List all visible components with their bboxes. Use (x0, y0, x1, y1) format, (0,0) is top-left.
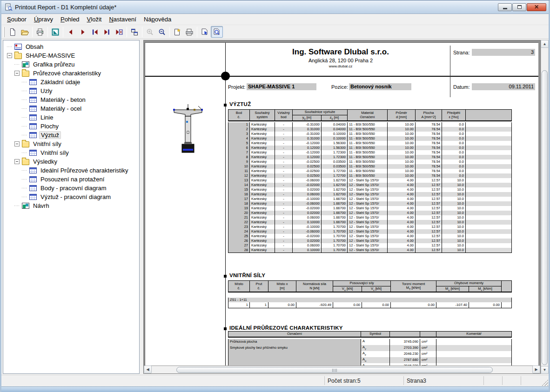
reinforcement-row: 8 Kartézský - 0.12000 1.72300 11 - BSt 5… (228, 155, 512, 159)
col-header-coords: Souřadnice výztuže (293, 110, 348, 115)
collapse-expander-icon[interactable] (14, 71, 20, 76)
last-page-button[interactable] (113, 26, 125, 38)
page-setup-button[interactable] (183, 26, 195, 38)
print-preview-button[interactable] (49, 26, 61, 38)
horizontal-scroll-thumb[interactable] (176, 367, 493, 373)
reinforcement-row: 23 Kartézský - -0.10000 1.70700 12 - Sta… (228, 225, 512, 229)
window-title: Printout Report - D1 Kompletní údaje* (15, 4, 497, 11)
new-document-button[interactable] (7, 26, 19, 38)
page-forward-button[interactable] (77, 26, 89, 38)
properties-button[interactable] (171, 26, 183, 38)
print-button[interactable] (34, 26, 46, 38)
page-back-button[interactable] (65, 26, 77, 38)
horizontal-scrollbar[interactable]: ◀ ▶ (144, 365, 540, 373)
tree-item-vnit-n-s-ly[interactable]: Vnitřní síly (4, 140, 139, 148)
table-icon (29, 79, 37, 85)
page-number-label: Strana: (453, 50, 470, 55)
close-button[interactable]: ✕ (527, 3, 546, 11)
tree-item-linie[interactable]: Linie (4, 113, 139, 122)
next-page-button[interactable] (101, 26, 113, 38)
col-header-vu: Vu [kN] (333, 286, 362, 292)
menu-nastaven[interactable]: Nastavení (105, 14, 140, 24)
tree-item-v-ztu[interactable]: Výztuž (4, 131, 139, 140)
tree-item-shape-massive[interactable]: SHAPE-MASSIVE (4, 51, 139, 60)
menu-vlo-it[interactable]: Vložit (83, 14, 106, 24)
tree-item-plochy[interactable]: Plochy (4, 122, 139, 131)
select-mode-button[interactable] (199, 26, 211, 38)
col-header-filler (466, 110, 512, 121)
status-cell-empty (483, 376, 501, 385)
reinforcement-row: 24 Kartézský - -0.06000 1.70700 12 - Sta… (228, 229, 512, 234)
tree-item-z-kladn-daje[interactable]: Základní údaje (4, 78, 139, 86)
scroll-left-arrow[interactable]: ◀ (144, 365, 152, 373)
tree-item-v-ztu-pracovn-diagram[interactable]: Výztuž - pracovní diagram (4, 193, 139, 201)
collapse-expander-icon[interactable] (14, 159, 20, 164)
menu-pohled[interactable]: Pohled (57, 14, 83, 24)
graphic-icon (22, 203, 29, 209)
minimize-button[interactable] (498, 3, 512, 11)
zoom-in-button[interactable] (144, 26, 156, 38)
reinforcement-row: 2 Kartézský - 0.31000 0.04000 11 - BSt 5… (228, 127, 512, 132)
menu-soubor[interactable]: Soubor (3, 14, 30, 24)
table-icon (29, 176, 37, 182)
resize-grip[interactable] (542, 379, 548, 386)
reinforcement-row: 11 Kartézský - -0.02500 1.72700 11 - BSt… (228, 169, 512, 173)
col-header-mistox: Místo x[m] (268, 281, 296, 292)
vertical-scrollbar[interactable]: ▲ ▼ (541, 40, 549, 374)
tree-item-obsah[interactable]: Obsah (4, 42, 139, 51)
table-icon (29, 123, 37, 129)
tree-item-pr-ezov-charakteristiky[interactable]: Průřezové charakteristiky (4, 69, 139, 78)
graphic-icon (22, 61, 29, 67)
menu-n-pov-da[interactable]: Nápověda (140, 14, 175, 24)
restore-button[interactable] (512, 3, 526, 11)
zoom-mode-button[interactable] (211, 26, 223, 38)
folder-icon (22, 141, 29, 147)
tree-item-label: Uzly (39, 87, 54, 94)
tree-connector (22, 108, 27, 109)
first-page-button[interactable] (89, 26, 101, 38)
toolbar-grip[interactable] (3, 27, 5, 37)
vertical-scroll-thumb[interactable] (542, 70, 548, 365)
reinforcement-row: 17 Kartézský - -0.10000 1.66700 12 - Sta… (228, 197, 512, 201)
tree-item-uzly[interactable]: Uzly (4, 86, 139, 95)
folder-icon (22, 71, 29, 77)
collapse-expander-icon[interactable] (7, 53, 12, 58)
load-case-group-row: ZS1 - 1+11 (228, 298, 512, 302)
ideal-section-title: IDEÁLNÍ PRŮŘEZOVÉ CHARAKTERISTIKY (229, 325, 343, 331)
tree-item-posouzen-na-prota-en[interactable]: Posouzení na protažení (4, 175, 139, 184)
col-header-area: PlochaA [mm^2] (416, 110, 442, 121)
section-bullet (224, 275, 227, 278)
tree-item-v-sledky[interactable]: Výsledky (4, 157, 139, 166)
page-structure-button[interactable] (128, 26, 141, 38)
reinforcement-row: 7 Kartézský - -0.12000 1.72300 11 - BSt … (228, 150, 512, 155)
titlebar: Printout Report - D1 Kompletní údaje* ✕ (1, 0, 549, 14)
tree-item-grafika-pr-ezu[interactable]: Grafika průřezu (4, 60, 139, 69)
statusbar: Počet stran:5 Strana3 (1, 375, 549, 386)
col-header-bod: Bodč. (228, 110, 250, 121)
tree-item-materi-ly-beton[interactable]: Materiály - beton (4, 95, 139, 104)
tree-item-body-pracovn-diagram[interactable]: Body - pracovní diagram (4, 184, 139, 193)
status-cell-empty (502, 376, 520, 385)
scroll-down-arrow[interactable]: ▼ (541, 366, 549, 374)
tree-item-vnit-n-s-ly[interactable]: Vnitřní síly (4, 148, 139, 157)
tree-item-ide-ln-pr-ezov-charakteristiky[interactable]: Ideální Průřezové charakteristiky (4, 166, 139, 175)
col-header-symbol: Symbol (361, 332, 390, 337)
tree-item-materi-ly-ocel[interactable]: Materiály - ocel (4, 104, 139, 113)
menu-pravy[interactable]: Úpravy (30, 14, 57, 24)
zoom-out-button[interactable] (156, 26, 168, 38)
tree-item-n-vrh[interactable]: Návrh (4, 201, 139, 210)
tree-item-label: Ideální Průřezové charakteristiky (39, 167, 130, 174)
col-header-mv: Mv [kNm] (469, 286, 502, 292)
reinforcement-row: 3 Kartézský - -0.31000 0.10000 11 - BSt … (228, 132, 512, 136)
company-name: Ing. Software Dlubal s.r.o. (238, 47, 443, 57)
splitter[interactable] (140, 39, 143, 375)
window-bottom-border (1, 386, 549, 392)
status-page-count: Počet stran:5 (324, 376, 402, 385)
internal-forces-table: Místoč. Prutč. Místo x[m] Normálová síla… (228, 280, 512, 308)
open-report-button[interactable] (19, 26, 31, 38)
table-icon (29, 132, 37, 138)
collapse-expander-icon[interactable] (14, 141, 20, 146)
scroll-up-arrow[interactable]: ▲ (541, 40, 549, 48)
scroll-right-arrow[interactable]: ▶ (532, 365, 540, 373)
company-address: Anglická 28, 120 00 Praha 2 (238, 58, 443, 63)
